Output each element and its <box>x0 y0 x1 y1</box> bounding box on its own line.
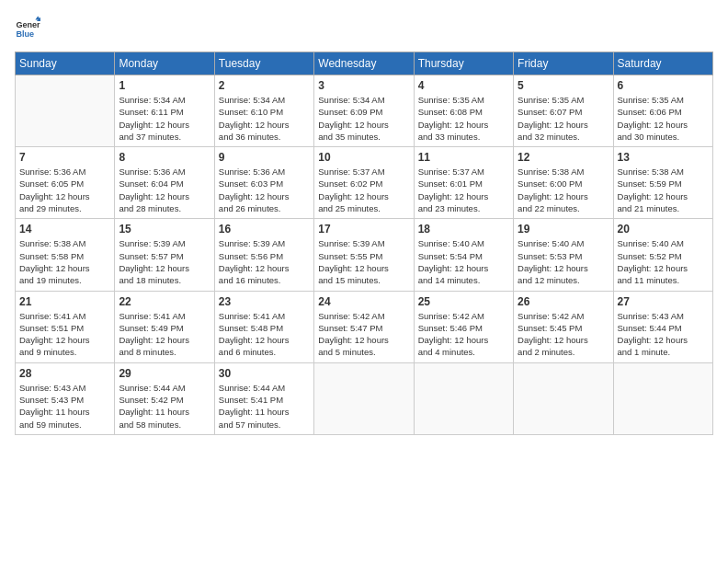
calendar-cell: 17Sunrise: 5:39 AM Sunset: 5:55 PM Dayli… <box>314 219 414 291</box>
calendar-cell: 27Sunrise: 5:43 AM Sunset: 5:44 PM Dayli… <box>613 291 712 362</box>
day-number: 24 <box>318 295 409 308</box>
calendar-cell: 18Sunrise: 5:40 AM Sunset: 5:54 PM Dayli… <box>414 219 513 291</box>
weekday-header: Thursday <box>414 52 513 75</box>
day-info: Sunrise: 5:36 AM Sunset: 6:05 PM Dayligh… <box>19 166 110 214</box>
day-number: 20 <box>618 223 709 236</box>
calendar-cell: 20Sunrise: 5:40 AM Sunset: 5:52 PM Dayli… <box>613 219 712 291</box>
calendar-cell: 5Sunrise: 5:35 AM Sunset: 6:07 PM Daylig… <box>514 75 613 147</box>
day-info: Sunrise: 5:38 AM Sunset: 5:59 PM Dayligh… <box>618 166 709 214</box>
calendar-cell: 8Sunrise: 5:36 AM Sunset: 6:04 PM Daylig… <box>115 147 214 219</box>
calendar-cell: 11Sunrise: 5:37 AM Sunset: 6:01 PM Dayli… <box>414 147 513 219</box>
day-number: 2 <box>219 79 310 92</box>
day-number: 5 <box>518 79 609 92</box>
day-number: 3 <box>318 79 409 92</box>
calendar-header-row: SundayMondayTuesdayWednesdayThursdayFrid… <box>16 52 713 75</box>
calendar-cell: 12Sunrise: 5:38 AM Sunset: 6:00 PM Dayli… <box>514 147 613 219</box>
day-number: 27 <box>618 295 709 308</box>
day-info: Sunrise: 5:34 AM Sunset: 6:11 PM Dayligh… <box>119 94 210 143</box>
weekday-header: Saturday <box>613 52 712 75</box>
day-number: 9 <box>219 151 310 164</box>
day-info: Sunrise: 5:42 AM Sunset: 5:46 PM Dayligh… <box>418 310 509 359</box>
calendar-cell <box>613 362 712 434</box>
calendar-cell: 21Sunrise: 5:41 AM Sunset: 5:51 PM Dayli… <box>16 291 115 362</box>
logo-icon: General Blue <box>15 15 40 40</box>
day-number: 8 <box>119 151 210 164</box>
calendar-cell: 16Sunrise: 5:39 AM Sunset: 5:56 PM Dayli… <box>214 219 313 291</box>
day-number: 26 <box>518 295 609 308</box>
svg-text:General: General <box>16 20 40 29</box>
calendar-week-row: 14Sunrise: 5:38 AM Sunset: 5:58 PM Dayli… <box>16 219 713 291</box>
day-number: 16 <box>219 223 310 236</box>
calendar-cell <box>314 362 414 434</box>
day-number: 29 <box>119 367 210 380</box>
calendar-cell: 3Sunrise: 5:34 AM Sunset: 6:09 PM Daylig… <box>314 75 414 147</box>
calendar-cell: 9Sunrise: 5:36 AM Sunset: 6:03 PM Daylig… <box>214 147 313 219</box>
day-info: Sunrise: 5:37 AM Sunset: 6:01 PM Dayligh… <box>418 166 509 214</box>
day-info: Sunrise: 5:37 AM Sunset: 6:02 PM Dayligh… <box>318 166 409 214</box>
calendar-table: SundayMondayTuesdayWednesdayThursdayFrid… <box>15 52 713 435</box>
calendar-cell: 25Sunrise: 5:42 AM Sunset: 5:46 PM Dayli… <box>414 291 513 362</box>
day-info: Sunrise: 5:42 AM Sunset: 5:47 PM Dayligh… <box>318 310 409 359</box>
day-info: Sunrise: 5:35 AM Sunset: 6:08 PM Dayligh… <box>418 94 509 143</box>
day-info: Sunrise: 5:40 AM Sunset: 5:53 PM Dayligh… <box>518 237 609 286</box>
calendar-cell: 10Sunrise: 5:37 AM Sunset: 6:02 PM Dayli… <box>314 147 414 219</box>
calendar-cell: 6Sunrise: 5:35 AM Sunset: 6:06 PM Daylig… <box>613 75 712 147</box>
day-number: 30 <box>219 367 310 380</box>
day-number: 11 <box>418 151 509 164</box>
calendar-cell: 28Sunrise: 5:43 AM Sunset: 5:43 PM Dayli… <box>16 362 115 434</box>
calendar-cell: 14Sunrise: 5:38 AM Sunset: 5:58 PM Dayli… <box>16 219 115 291</box>
day-info: Sunrise: 5:40 AM Sunset: 5:52 PM Dayligh… <box>618 237 709 286</box>
calendar-cell: 24Sunrise: 5:42 AM Sunset: 5:47 PM Dayli… <box>314 291 414 362</box>
day-info: Sunrise: 5:35 AM Sunset: 6:06 PM Dayligh… <box>618 94 709 143</box>
day-info: Sunrise: 5:43 AM Sunset: 5:43 PM Dayligh… <box>19 382 110 431</box>
day-info: Sunrise: 5:34 AM Sunset: 6:09 PM Dayligh… <box>318 94 409 143</box>
day-number: 13 <box>618 151 709 164</box>
day-info: Sunrise: 5:44 AM Sunset: 5:41 PM Dayligh… <box>219 382 310 431</box>
day-number: 28 <box>19 367 110 380</box>
weekday-header: Wednesday <box>314 52 414 75</box>
calendar-cell: 7Sunrise: 5:36 AM Sunset: 6:05 PM Daylig… <box>16 147 115 219</box>
calendar-cell: 15Sunrise: 5:39 AM Sunset: 5:57 PM Dayli… <box>115 219 214 291</box>
day-info: Sunrise: 5:42 AM Sunset: 5:45 PM Dayligh… <box>518 310 609 359</box>
calendar-cell: 22Sunrise: 5:41 AM Sunset: 5:49 PM Dayli… <box>115 291 214 362</box>
day-number: 22 <box>119 295 210 308</box>
calendar-cell: 2Sunrise: 5:34 AM Sunset: 6:10 PM Daylig… <box>214 75 313 147</box>
day-number: 6 <box>618 79 709 92</box>
weekday-header: Tuesday <box>214 52 313 75</box>
day-info: Sunrise: 5:35 AM Sunset: 6:07 PM Dayligh… <box>518 94 609 143</box>
weekday-header: Sunday <box>16 52 115 75</box>
day-number: 15 <box>119 223 210 236</box>
day-info: Sunrise: 5:41 AM Sunset: 5:51 PM Dayligh… <box>19 310 110 359</box>
calendar-cell: 26Sunrise: 5:42 AM Sunset: 5:45 PM Dayli… <box>514 291 613 362</box>
day-info: Sunrise: 5:43 AM Sunset: 5:44 PM Dayligh… <box>618 310 709 359</box>
day-number: 18 <box>418 223 509 236</box>
day-info: Sunrise: 5:36 AM Sunset: 6:03 PM Dayligh… <box>219 166 310 214</box>
calendar-cell: 13Sunrise: 5:38 AM Sunset: 5:59 PM Dayli… <box>613 147 712 219</box>
day-number: 21 <box>19 295 110 308</box>
day-number: 12 <box>518 151 609 164</box>
day-number: 23 <box>219 295 310 308</box>
calendar-cell <box>16 75 115 147</box>
day-number: 4 <box>418 79 509 92</box>
weekday-header: Monday <box>115 52 214 75</box>
calendar-cell: 4Sunrise: 5:35 AM Sunset: 6:08 PM Daylig… <box>414 75 513 147</box>
day-info: Sunrise: 5:38 AM Sunset: 5:58 PM Dayligh… <box>19 237 110 286</box>
day-info: Sunrise: 5:39 AM Sunset: 5:57 PM Dayligh… <box>119 237 210 286</box>
calendar-week-row: 21Sunrise: 5:41 AM Sunset: 5:51 PM Dayli… <box>16 291 713 362</box>
day-info: Sunrise: 5:44 AM Sunset: 5:42 PM Dayligh… <box>119 382 210 431</box>
day-info: Sunrise: 5:38 AM Sunset: 6:00 PM Dayligh… <box>518 166 609 214</box>
calendar-week-row: 28Sunrise: 5:43 AM Sunset: 5:43 PM Dayli… <box>16 362 713 434</box>
logo: General Blue <box>15 15 44 40</box>
day-info: Sunrise: 5:41 AM Sunset: 5:48 PM Dayligh… <box>219 310 310 359</box>
day-info: Sunrise: 5:34 AM Sunset: 6:10 PM Dayligh… <box>219 94 310 143</box>
calendar-week-row: 1Sunrise: 5:34 AM Sunset: 6:11 PM Daylig… <box>16 75 713 147</box>
day-number: 1 <box>119 79 210 92</box>
calendar-cell: 1Sunrise: 5:34 AM Sunset: 6:11 PM Daylig… <box>115 75 214 147</box>
day-number: 10 <box>318 151 409 164</box>
day-number: 7 <box>19 151 110 164</box>
day-info: Sunrise: 5:41 AM Sunset: 5:49 PM Dayligh… <box>119 310 210 359</box>
calendar-cell: 19Sunrise: 5:40 AM Sunset: 5:53 PM Dayli… <box>514 219 613 291</box>
day-info: Sunrise: 5:36 AM Sunset: 6:04 PM Dayligh… <box>119 166 210 214</box>
calendar-cell <box>414 362 513 434</box>
day-number: 14 <box>19 223 110 236</box>
